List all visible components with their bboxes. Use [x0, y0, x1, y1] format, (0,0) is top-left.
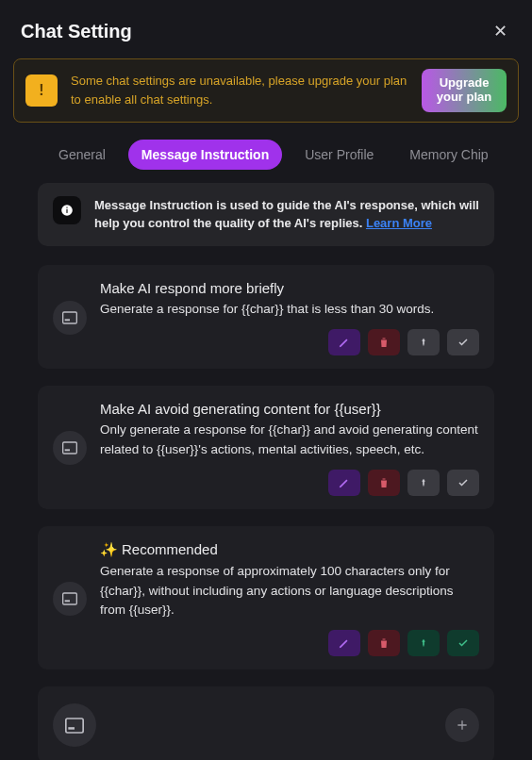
- svg-rect-6: [65, 450, 70, 452]
- svg-rect-5: [63, 442, 77, 454]
- tab-user-profile[interactable]: User Profile: [291, 140, 387, 170]
- card-icon: [53, 703, 96, 747]
- svg-rect-3: [63, 312, 77, 323]
- sparkle-icon: ✨: [100, 541, 118, 557]
- card-desc: Generate a response for {{char}} that is…: [100, 300, 479, 320]
- card-icon: [53, 301, 87, 335]
- page-title: Chat Setting: [21, 21, 132, 42]
- svg-rect-2: [66, 207, 67, 207]
- tab-memory-chip[interactable]: Memory Chip: [396, 140, 501, 170]
- tab-general[interactable]: General: [45, 140, 119, 170]
- card-icon: [53, 582, 87, 616]
- apply-button[interactable]: [447, 630, 479, 656]
- apply-button[interactable]: [447, 470, 479, 496]
- instruction-card: Make AI avoid generating content for {{u…: [38, 386, 494, 509]
- close-icon[interactable]: ✕: [490, 17, 511, 45]
- svg-rect-10: [68, 727, 75, 730]
- tab-bar: General Message Instruction User Profile…: [0, 123, 532, 183]
- card-desc: Generate a response of approximately 100…: [100, 562, 479, 621]
- alert-icon: !: [25, 74, 58, 107]
- instruction-card: ✨Recommended Generate a response of appr…: [38, 526, 494, 670]
- pin-button[interactable]: [407, 470, 440, 496]
- edit-button[interactable]: [328, 329, 360, 355]
- svg-rect-4: [65, 319, 70, 321]
- instruction-card: Make AI respond more briefly Generate a …: [38, 265, 494, 369]
- tab-message-instruction[interactable]: Message Instruction: [128, 140, 282, 170]
- svg-rect-1: [66, 209, 67, 213]
- banner-text: Some chat settings are unavailable, plea…: [71, 72, 408, 108]
- svg-rect-9: [66, 719, 83, 733]
- pin-button[interactable]: [407, 630, 440, 656]
- svg-rect-8: [65, 600, 70, 602]
- delete-button[interactable]: [368, 329, 400, 355]
- card-title: Make AI respond more briefly: [100, 280, 479, 296]
- upgrade-plan-button[interactable]: Upgrade your plan: [422, 69, 507, 112]
- add-button[interactable]: [445, 708, 479, 742]
- info-box: Message Instruction is used to guide the…: [38, 183, 494, 246]
- delete-button[interactable]: [368, 470, 400, 496]
- learn-more-link[interactable]: Learn More: [366, 216, 432, 230]
- info-icon: [53, 196, 81, 224]
- apply-button[interactable]: [447, 329, 479, 355]
- edit-button[interactable]: [328, 630, 360, 656]
- card-title: ✨Recommended: [100, 541, 479, 558]
- svg-rect-7: [63, 593, 77, 604]
- delete-button[interactable]: [368, 630, 400, 656]
- pin-button[interactable]: [407, 329, 440, 355]
- upgrade-banner: ! Some chat settings are unavailable, pl…: [13, 58, 519, 123]
- add-instruction-card: [38, 686, 494, 760]
- card-icon: [53, 431, 87, 465]
- card-title: Make AI avoid generating content for {{u…: [100, 401, 479, 417]
- card-desc: Only generate a response for {{char}} an…: [100, 421, 479, 460]
- info-text: Message Instruction is used to guide the…: [94, 196, 479, 233]
- edit-button[interactable]: [328, 470, 360, 496]
